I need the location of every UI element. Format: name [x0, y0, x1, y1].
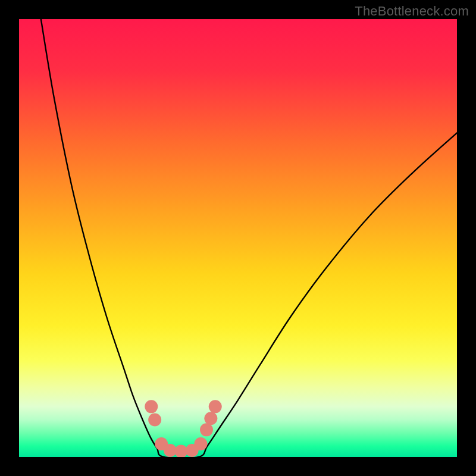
chart-canvas: TheBottleneck.com [0, 0, 476, 476]
highlight-marker [200, 423, 213, 436]
bottleneck-curve [41, 19, 457, 457]
plot-area [19, 19, 457, 457]
highlight-marker [145, 400, 158, 413]
curves-layer [19, 19, 457, 457]
watermark-text: TheBottleneck.com [355, 4, 469, 19]
highlight-marker [209, 400, 222, 413]
highlight-marker [194, 437, 207, 450]
highlight-marker [204, 412, 217, 425]
highlight-marker [148, 413, 161, 426]
